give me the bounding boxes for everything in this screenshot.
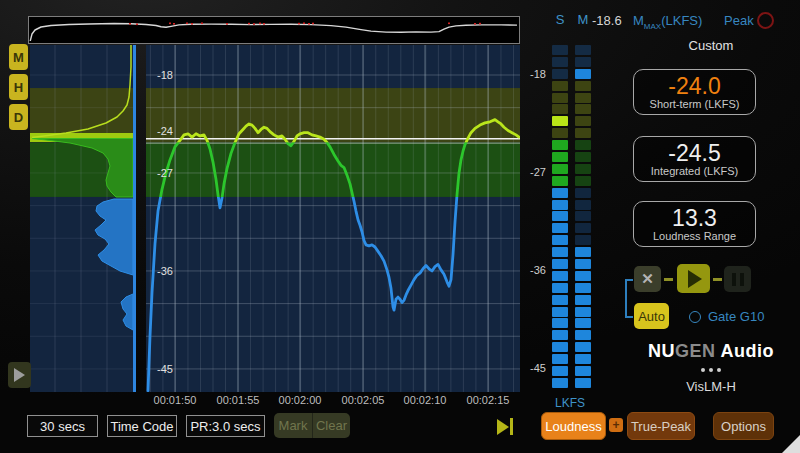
short-term-value: -24.0: [668, 74, 720, 98]
time-label: 00:01:50: [143, 394, 207, 406]
gate-indicator-light[interactable]: [689, 311, 701, 323]
meter-segment: [575, 164, 591, 174]
svg-text:-45: -45: [157, 363, 173, 375]
mark-button[interactable]: Mark: [274, 413, 313, 438]
meter-segment: [575, 366, 591, 376]
history-length-field[interactable]: 30 secs: [27, 415, 98, 437]
meter-segment: [552, 259, 568, 269]
loudness-tab-button[interactable]: Loudness: [541, 412, 606, 440]
close-icon: ✕: [641, 270, 654, 288]
true-peak-tab-button[interactable]: True-Peak: [627, 412, 695, 440]
meter-segment: [552, 342, 568, 352]
momentary-max-value: -18.6: [592, 13, 622, 28]
meter-segment: [552, 81, 568, 91]
session-overview-strip[interactable]: [28, 16, 520, 44]
play-triangle-icon: [14, 368, 25, 382]
meter-header-m: M: [575, 12, 591, 27]
reset-button[interactable]: ✕: [634, 266, 661, 292]
mmax-sub: MAX: [644, 22, 661, 31]
svg-text:-36: -36: [157, 265, 173, 277]
vislm-window: M H D -18-24-27-36-45 00:01:5000:01:5500…: [0, 0, 800, 453]
short-term-readout[interactable]: -24.0 Short-term (LKFS): [633, 69, 756, 115]
meter-scale-label: -27: [520, 166, 546, 178]
meter-segment: [552, 247, 568, 257]
meter-segment: [552, 223, 568, 233]
auto-link-line-bottom: [625, 316, 633, 318]
skip-to-end-button[interactable]: [497, 418, 513, 435]
meter-segment: [552, 164, 568, 174]
expand-panel-button[interactable]: [8, 362, 31, 388]
options-button[interactable]: Options: [713, 412, 774, 440]
loudness-range-readout[interactable]: 13.3 Loudness Range: [633, 201, 756, 247]
clear-button[interactable]: Clear: [313, 413, 350, 438]
meter-segment: [575, 307, 591, 317]
meter-segment: [552, 128, 568, 138]
playhead-line: [133, 45, 136, 392]
meter-segment: [552, 211, 568, 221]
meter-segment: [552, 200, 568, 210]
meter-segment: [575, 223, 591, 233]
integrated-label: Integrated (LKFS): [651, 165, 738, 178]
meter-segment: [552, 188, 568, 198]
meter-segment: [575, 104, 591, 114]
meter-segment: [552, 69, 568, 79]
transport-dash: [664, 278, 673, 281]
meter-segment: [575, 247, 591, 257]
meter-segment: [552, 235, 568, 245]
loudness-history-graph[interactable]: -18-24-27-36-45: [146, 45, 520, 392]
time-label: 00:02:10: [393, 394, 457, 406]
meter-segment: [575, 295, 591, 305]
mode-button-momentary[interactable]: M: [9, 44, 28, 70]
time-mode-field[interactable]: Time Code: [107, 415, 177, 437]
meter-segment: [575, 45, 591, 55]
meter-segment: [575, 188, 591, 198]
meter-segment: [552, 176, 568, 186]
pre-roll-field[interactable]: PR:3.0 secs: [186, 415, 265, 437]
meter-segment: [552, 104, 568, 114]
meter-segment: [575, 69, 591, 79]
integrated-readout[interactable]: -24.5 Integrated (LKFS): [633, 136, 756, 182]
play-button[interactable]: [677, 264, 710, 293]
loudness-range-label: Loudness Range: [653, 230, 736, 243]
logo-gen: GEN: [675, 341, 716, 361]
pause-button[interactable]: [724, 266, 751, 292]
short-term-meter-bar: [552, 45, 568, 390]
meter-segment: [575, 200, 591, 210]
meter-segment: [575, 259, 591, 269]
meter-segment: [552, 318, 568, 328]
peak-indicator-light[interactable]: [757, 12, 774, 29]
meter-segment: [552, 116, 568, 126]
skip-to-end-icon: [497, 419, 509, 435]
nugen-audio-logo: NUGEN Audio: [630, 341, 792, 362]
add-view-button[interactable]: +: [609, 418, 623, 432]
meter-segment: [552, 152, 568, 162]
momentary-meter-bar: [575, 45, 591, 390]
mode-button-distribution[interactable]: D: [9, 104, 28, 130]
momentary-max-label: MMAX(LKFS): [633, 13, 702, 31]
product-name: VisLM-H: [630, 379, 792, 394]
short-term-label: Short-term (LKFS): [650, 98, 740, 111]
time-label: 00:02:15: [456, 394, 520, 406]
logo-dots-icon: [630, 368, 792, 372]
pause-icon: [740, 273, 744, 286]
auto-button[interactable]: Auto: [634, 303, 669, 329]
meter-header-s: S: [552, 12, 568, 27]
meter-scale-label: -45: [520, 362, 546, 374]
meter-segment: [575, 176, 591, 186]
meter-segment: [575, 271, 591, 281]
meter-segment: [552, 330, 568, 340]
time-label: 00:01:55: [206, 394, 270, 406]
resize-handle[interactable]: [782, 435, 800, 453]
meter-segment: [575, 140, 591, 150]
mode-button-history[interactable]: H: [9, 74, 28, 100]
mark-clear-group: Mark Clear: [274, 413, 350, 438]
play-icon: [688, 270, 702, 288]
loudness-range-value: 13.3: [672, 206, 717, 230]
meter-segment: [552, 57, 568, 67]
meter-segment: [575, 318, 591, 328]
time-label: 00:02:05: [331, 394, 395, 406]
meter-scale-label: -18: [520, 68, 546, 80]
meter-segment: [575, 93, 591, 103]
preset-name[interactable]: Custom: [630, 38, 792, 53]
meter-scale-label: -36: [520, 264, 546, 276]
